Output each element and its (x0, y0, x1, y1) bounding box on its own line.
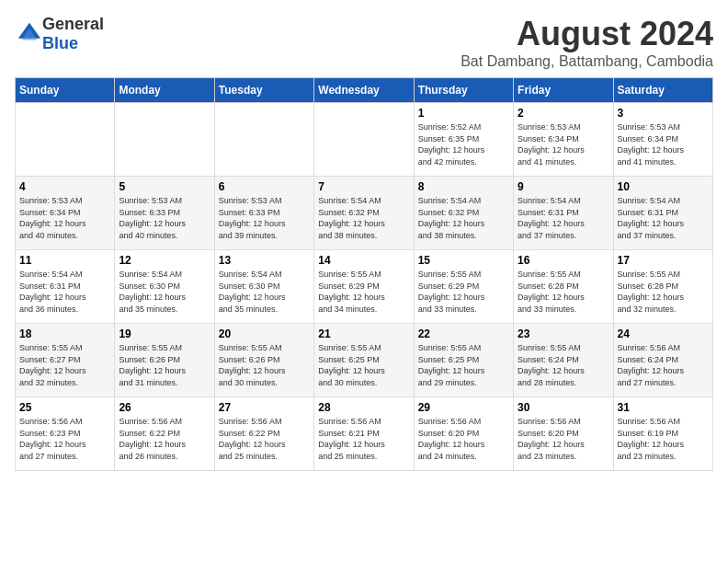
day-info: Sunrise: 5:53 AM Sunset: 6:34 PM Dayligh… (19, 195, 110, 241)
calendar-cell: 28Sunrise: 5:56 AM Sunset: 6:21 PM Dayli… (314, 397, 414, 471)
day-number: 2 (518, 107, 609, 120)
day-number: 31 (618, 401, 709, 414)
calendar-cell: 13Sunrise: 5:54 AM Sunset: 6:30 PM Dayli… (214, 250, 313, 324)
logo-blue-text: Blue (42, 34, 78, 52)
calendar-cell: 5Sunrise: 5:53 AM Sunset: 6:33 PM Daylig… (115, 177, 214, 250)
calendar-cell: 24Sunrise: 5:56 AM Sunset: 6:24 PM Dayli… (613, 324, 712, 397)
title-area: August 2024 Bat Dambang, Battambang, Cam… (461, 15, 713, 70)
day-number: 12 (119, 254, 210, 267)
calendar-cell: 10Sunrise: 5:54 AM Sunset: 6:31 PM Dayli… (613, 177, 712, 250)
calendar-cell: 23Sunrise: 5:55 AM Sunset: 6:24 PM Dayli… (514, 324, 613, 397)
weekday-header-wednesday: Wednesday (314, 78, 414, 103)
day-number: 25 (19, 401, 110, 414)
day-number: 28 (318, 401, 409, 414)
day-number: 10 (618, 180, 709, 193)
calendar-cell: 1Sunrise: 5:52 AM Sunset: 6:35 PM Daylig… (414, 103, 513, 177)
calendar-cell (16, 103, 115, 177)
day-info: Sunrise: 5:53 AM Sunset: 6:34 PM Dayligh… (518, 121, 609, 167)
day-number: 3 (618, 107, 709, 120)
day-info: Sunrise: 5:55 AM Sunset: 6:25 PM Dayligh… (318, 342, 409, 388)
day-number: 9 (518, 180, 609, 193)
day-info: Sunrise: 5:55 AM Sunset: 6:28 PM Dayligh… (618, 269, 709, 315)
day-number: 29 (418, 401, 509, 414)
weekday-header-saturday: Saturday (613, 78, 712, 103)
day-info: Sunrise: 5:55 AM Sunset: 6:28 PM Dayligh… (518, 269, 609, 315)
day-number: 4 (19, 180, 110, 193)
day-number: 17 (618, 254, 709, 267)
day-info: Sunrise: 5:56 AM Sunset: 6:19 PM Dayligh… (618, 416, 709, 462)
day-info: Sunrise: 5:54 AM Sunset: 6:31 PM Dayligh… (618, 195, 709, 241)
calendar-cell: 2Sunrise: 5:53 AM Sunset: 6:34 PM Daylig… (514, 103, 613, 177)
calendar-cell: 22Sunrise: 5:55 AM Sunset: 6:25 PM Dayli… (414, 324, 513, 397)
calendar-cell: 31Sunrise: 5:56 AM Sunset: 6:19 PM Dayli… (613, 397, 712, 471)
day-info: Sunrise: 5:56 AM Sunset: 6:23 PM Dayligh… (19, 416, 110, 462)
day-info: Sunrise: 5:54 AM Sunset: 6:32 PM Dayligh… (418, 195, 509, 241)
calendar-cell (314, 103, 414, 177)
day-number: 20 (219, 327, 310, 340)
logo: General Blue (15, 15, 104, 53)
day-number: 7 (318, 180, 409, 193)
day-number: 27 (219, 401, 310, 414)
calendar-cell: 19Sunrise: 5:55 AM Sunset: 6:26 PM Dayli… (115, 324, 214, 397)
calendar-cell: 3Sunrise: 5:53 AM Sunset: 6:34 PM Daylig… (613, 103, 712, 177)
calendar-cell (214, 103, 313, 177)
day-info: Sunrise: 5:54 AM Sunset: 6:30 PM Dayligh… (219, 269, 310, 315)
main-title: August 2024 (461, 15, 713, 53)
calendar-cell: 15Sunrise: 5:55 AM Sunset: 6:29 PM Dayli… (414, 250, 513, 324)
day-number: 1 (418, 107, 509, 120)
calendar-cell: 17Sunrise: 5:55 AM Sunset: 6:28 PM Dayli… (613, 250, 712, 324)
day-number: 26 (119, 401, 210, 414)
day-number: 16 (518, 254, 609, 267)
day-info: Sunrise: 5:52 AM Sunset: 6:35 PM Dayligh… (418, 121, 509, 167)
calendar-cell: 12Sunrise: 5:54 AM Sunset: 6:30 PM Dayli… (115, 250, 214, 324)
calendar-cell: 27Sunrise: 5:56 AM Sunset: 6:22 PM Dayli… (214, 397, 313, 471)
calendar-cell: 25Sunrise: 5:56 AM Sunset: 6:23 PM Dayli… (16, 397, 115, 471)
day-number: 15 (418, 254, 509, 267)
day-number: 22 (418, 327, 509, 340)
calendar-cell: 6Sunrise: 5:53 AM Sunset: 6:33 PM Daylig… (214, 177, 313, 250)
day-number: 6 (219, 180, 310, 193)
weekday-header-friday: Friday (514, 78, 613, 103)
day-info: Sunrise: 5:56 AM Sunset: 6:22 PM Dayligh… (219, 416, 310, 462)
header: General Blue August 2024 Bat Dambang, Ba… (15, 15, 713, 70)
calendar-cell: 29Sunrise: 5:56 AM Sunset: 6:20 PM Dayli… (414, 397, 513, 471)
subtitle: Bat Dambang, Battambang, Cambodia (461, 53, 713, 70)
calendar-cell: 4Sunrise: 5:53 AM Sunset: 6:34 PM Daylig… (16, 177, 115, 250)
logo-general-text: General (42, 15, 104, 33)
day-number: 30 (518, 401, 609, 414)
day-number: 19 (119, 327, 210, 340)
weekday-header-sunday: Sunday (16, 78, 115, 103)
calendar-cell: 8Sunrise: 5:54 AM Sunset: 6:32 PM Daylig… (414, 177, 513, 250)
day-number: 21 (318, 327, 409, 340)
day-info: Sunrise: 5:53 AM Sunset: 6:34 PM Dayligh… (618, 121, 709, 167)
calendar-cell: 30Sunrise: 5:56 AM Sunset: 6:20 PM Dayli… (514, 397, 613, 471)
calendar-cell: 11Sunrise: 5:54 AM Sunset: 6:31 PM Dayli… (16, 250, 115, 324)
day-info: Sunrise: 5:53 AM Sunset: 6:33 PM Dayligh… (119, 195, 210, 241)
day-number: 18 (19, 327, 110, 340)
day-number: 5 (119, 180, 210, 193)
calendar-cell: 14Sunrise: 5:55 AM Sunset: 6:29 PM Dayli… (314, 250, 414, 324)
calendar-cell: 9Sunrise: 5:54 AM Sunset: 6:31 PM Daylig… (514, 177, 613, 250)
day-number: 24 (618, 327, 709, 340)
day-info: Sunrise: 5:55 AM Sunset: 6:29 PM Dayligh… (418, 269, 509, 315)
day-number: 8 (418, 180, 509, 193)
calendar-cell: 26Sunrise: 5:56 AM Sunset: 6:22 PM Dayli… (115, 397, 214, 471)
day-number: 11 (19, 254, 110, 267)
weekday-header-monday: Monday (115, 78, 214, 103)
calendar-cell: 20Sunrise: 5:55 AM Sunset: 6:26 PM Dayli… (214, 324, 313, 397)
day-info: Sunrise: 5:56 AM Sunset: 6:20 PM Dayligh… (418, 416, 509, 462)
day-info: Sunrise: 5:55 AM Sunset: 6:26 PM Dayligh… (219, 342, 310, 388)
day-info: Sunrise: 5:55 AM Sunset: 6:29 PM Dayligh… (318, 269, 409, 315)
day-info: Sunrise: 5:54 AM Sunset: 6:30 PM Dayligh… (119, 269, 210, 315)
calendar-table: SundayMondayTuesdayWednesdayThursdayFrid… (15, 77, 713, 471)
day-number: 23 (518, 327, 609, 340)
calendar-cell (115, 103, 214, 177)
day-info: Sunrise: 5:54 AM Sunset: 6:31 PM Dayligh… (518, 195, 609, 241)
day-info: Sunrise: 5:56 AM Sunset: 6:24 PM Dayligh… (618, 342, 709, 388)
day-info: Sunrise: 5:53 AM Sunset: 6:33 PM Dayligh… (219, 195, 310, 241)
calendar-cell: 16Sunrise: 5:55 AM Sunset: 6:28 PM Dayli… (514, 250, 613, 324)
day-info: Sunrise: 5:54 AM Sunset: 6:31 PM Dayligh… (19, 269, 110, 315)
weekday-header-tuesday: Tuesday (214, 78, 313, 103)
day-info: Sunrise: 5:55 AM Sunset: 6:26 PM Dayligh… (119, 342, 210, 388)
day-info: Sunrise: 5:55 AM Sunset: 6:25 PM Dayligh… (418, 342, 509, 388)
